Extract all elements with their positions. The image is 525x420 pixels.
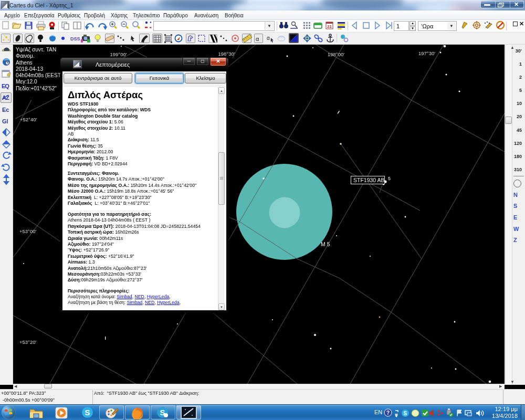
- svg-text:21: 21: [327, 24, 332, 29]
- svg-text:Ec: Ec: [2, 107, 9, 113]
- svg-text:198°30': 198°30': [218, 51, 235, 57]
- svg-text:α: α: [267, 35, 270, 41]
- svg-text:5: 5: [388, 176, 391, 181]
- svg-text:Gl: Gl: [2, 118, 8, 124]
- svg-text:STF1930 AB: STF1930 AB: [353, 177, 385, 183]
- svg-text:DSS: DSS: [70, 36, 80, 41]
- svg-text:S: S: [404, 411, 407, 416]
- svg-text:198°00': 198°00': [328, 51, 344, 57]
- svg-text:α: α: [256, 36, 259, 42]
- svg-text:199°00': 199°00': [110, 51, 127, 57]
- svg-text:EQ: EQ: [2, 83, 9, 89]
- svg-text:+53°20': +53°20': [19, 339, 36, 345]
- svg-text:+52°40': +52°40': [20, 117, 37, 122]
- svg-text:M 5: M 5: [321, 241, 330, 247]
- svg-text:197°30': 197°30': [418, 50, 435, 56]
- svg-text:?: ?: [386, 410, 390, 416]
- svg-text:+53°00': +53°00': [19, 228, 36, 234]
